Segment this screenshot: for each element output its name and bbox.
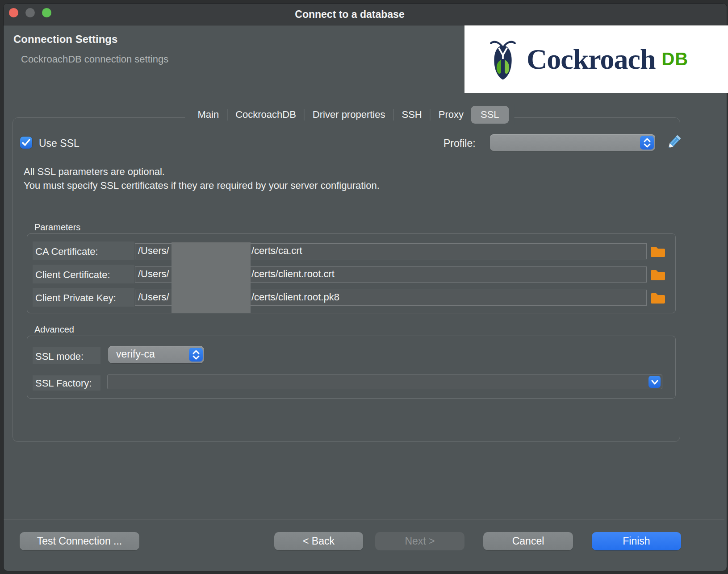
next-button[interactable]: Next >: [375, 532, 464, 550]
ca-certificate-path-suffix: /certs/ca.crt: [251, 245, 302, 257]
zoom-icon[interactable]: [42, 8, 51, 17]
tab-separator: [430, 109, 431, 121]
ca-certificate-label: CA Certificate:: [35, 246, 98, 258]
finish-button[interactable]: Finish: [592, 532, 681, 550]
tab-ssh[interactable]: SSH: [394, 106, 429, 124]
client-certificate-path-suffix: /certs/client.root.crt: [251, 268, 335, 280]
tab-separator: [393, 109, 393, 121]
client-certificate-path-prefix: /Users/: [138, 268, 169, 280]
ssl-factory-label: SSL Factory:: [35, 378, 92, 389]
ssl-note-line1: All SSL parameters are optional.: [24, 165, 380, 179]
tab-separator: [304, 109, 305, 121]
check-icon: [20, 137, 32, 149]
ssl-mode-label: SSL mode:: [35, 351, 84, 362]
profile-label: Profile:: [443, 137, 476, 150]
footer-separator: [4, 519, 724, 520]
folder-icon[interactable]: [650, 245, 666, 258]
test-connection-button[interactable]: Test Connection ...: [20, 532, 139, 550]
screenshot-stage: Connect to a database Connection Setting…: [0, 0, 728, 574]
folder-icon[interactable]: [650, 268, 666, 282]
tab-cockroachdb[interactable]: CockroachDB: [228, 106, 303, 124]
page-title: Connection Settings: [13, 33, 117, 46]
logo-wordmark: Cockroach: [527, 45, 655, 74]
tab-bar: Main CockroachDB Driver properties SSH P…: [185, 104, 514, 125]
pencil-icon[interactable]: [666, 134, 681, 151]
cockroach-bug-icon: [489, 38, 517, 81]
logo-db-suffix: DB: [661, 49, 688, 69]
back-button[interactable]: < Back: [274, 532, 363, 550]
tab-driver-properties[interactable]: Driver properties: [305, 106, 393, 124]
ssl-note-line2: You must specify SSL certificates if the…: [24, 179, 380, 192]
ssl-mode-value: verify-ca: [116, 348, 155, 360]
tab-ssl[interactable]: SSL: [471, 106, 509, 124]
redacted-username-overlay: [172, 242, 251, 313]
chevron-up-down-icon[interactable]: [640, 136, 654, 150]
client-private-key-path-prefix: /Users/: [138, 291, 169, 303]
page-subtitle: CockroachDB connection settings: [21, 54, 168, 65]
tab-main[interactable]: Main: [190, 106, 226, 124]
client-certificate-label: Client Certificate:: [35, 269, 110, 281]
client-private-key-label: Client Private Key:: [35, 292, 116, 304]
ssl-mode-select[interactable]: verify-ca: [108, 346, 204, 363]
advanced-group-label: Advanced: [34, 324, 74, 335]
minimize-icon[interactable]: [25, 8, 35, 17]
use-ssl-checkbox[interactable]: [20, 137, 32, 149]
cockroachdb-logo: Cockroach DB: [464, 25, 728, 93]
profile-select[interactable]: [490, 134, 655, 151]
client-private-key-path-suffix: /certs/client.root.pk8: [251, 291, 339, 303]
ssl-note: All SSL parameters are optional. You mus…: [24, 165, 380, 192]
chevron-up-down-icon[interactable]: [189, 348, 203, 362]
chevron-down-icon[interactable]: [649, 376, 661, 388]
cancel-button[interactable]: Cancel: [483, 532, 573, 550]
ssl-factory-combo[interactable]: [107, 374, 662, 389]
use-ssl-label: Use SSL: [39, 137, 79, 150]
folder-icon[interactable]: [650, 291, 666, 305]
close-icon[interactable]: [9, 8, 18, 17]
ca-certificate-path-prefix: /Users/: [138, 245, 169, 257]
parameters-group-label: Parameters: [34, 222, 80, 233]
tab-separator: [227, 109, 227, 121]
window-title: Connect to a database: [295, 8, 404, 21]
tab-proxy[interactable]: Proxy: [431, 106, 471, 124]
